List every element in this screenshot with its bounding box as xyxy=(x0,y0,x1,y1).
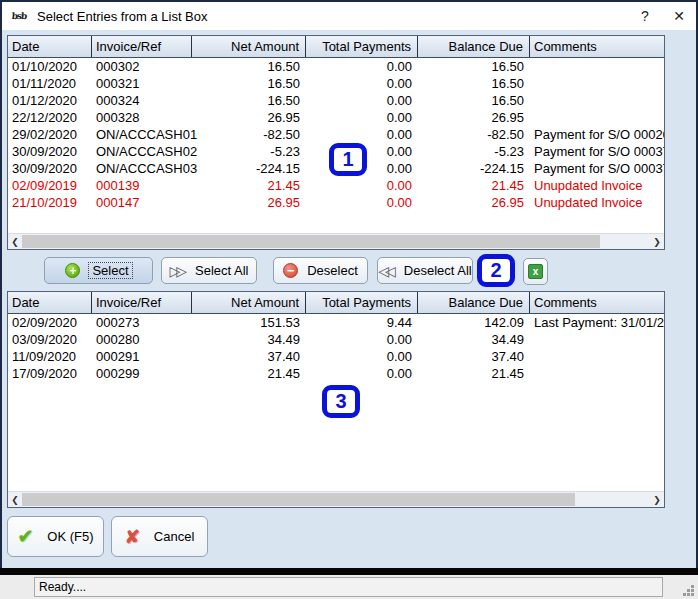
select-all-button-label: Select All xyxy=(195,263,248,278)
excel-icon: x xyxy=(528,264,543,279)
cell-total-payments: 0.00 xyxy=(306,348,418,365)
cell-balance-due: 16.50 xyxy=(418,92,530,109)
cell-net-amount: 151.53 xyxy=(192,314,306,331)
cell-net-amount: 16.50 xyxy=(192,75,306,92)
scrollbar-track[interactable] xyxy=(22,492,650,507)
cell-balance-due: 37.40 xyxy=(418,348,530,365)
deselect-all-button-label: Deselect All xyxy=(404,263,472,278)
scrollbar-track[interactable] xyxy=(22,234,650,249)
table-row[interactable]: 21/10/201900014726.950.0026.95Unupdated … xyxy=(8,194,664,211)
cell-net-amount: -5.23 xyxy=(192,143,306,160)
cell-net-amount: 21.45 xyxy=(192,177,306,194)
column-header-total-payments: Total Payments xyxy=(306,292,418,313)
cell-comments xyxy=(530,348,664,365)
cell-balance-due: 26.95 xyxy=(418,194,530,211)
column-header-invoice-ref: Invoice/Ref xyxy=(92,36,192,57)
app-icon: bsb xyxy=(8,7,29,25)
close-icon[interactable]: ✕ xyxy=(662,2,696,30)
cell-date: 02/09/2020 xyxy=(8,314,92,331)
table-row[interactable]: 01/12/202000032416.500.0016.50 xyxy=(8,92,664,109)
status-bar: Ready.... xyxy=(0,575,698,599)
ok-button-label: OK (F5) xyxy=(47,529,93,544)
help-button[interactable]: ? xyxy=(628,2,662,30)
cell-comments xyxy=(530,58,664,75)
select-all-button[interactable]: ▷▷ Select All xyxy=(161,257,257,284)
deselect-all-button[interactable]: ◁◁ Deselect All xyxy=(377,257,473,284)
cell-invoice-ref: ON/ACCCASH02 xyxy=(92,143,192,160)
cell-total-payments: 0.00 xyxy=(306,177,418,194)
title-bar: bsb Select Entries from a List Box ? ✕ xyxy=(2,2,696,30)
scroll-right-icon[interactable]: ❯ xyxy=(650,234,664,249)
cell-invoice-ref: 000321 xyxy=(92,75,192,92)
cell-date: 17/09/2020 xyxy=(8,365,92,382)
cell-net-amount: 34.49 xyxy=(192,331,306,348)
cell-comments: Payment for S/O 000371 xyxy=(530,160,664,177)
cell-date: 11/09/2020 xyxy=(8,348,92,365)
cell-invoice-ref: 000328 xyxy=(92,109,192,126)
scroll-left-icon[interactable]: ❮ xyxy=(8,492,22,507)
cell-comments xyxy=(530,109,664,126)
cell-invoice-ref: 000302 xyxy=(92,58,192,75)
cell-balance-due: 26.95 xyxy=(418,109,530,126)
dialog-window: bsb Select Entries from a List Box ? ✕ D… xyxy=(0,0,698,599)
cell-total-payments: 0.00 xyxy=(306,109,418,126)
column-header-invoice-ref: Invoice/Ref xyxy=(92,292,192,313)
scroll-left-icon[interactable]: ❮ xyxy=(8,234,22,249)
cell-net-amount: -224.15 xyxy=(192,160,306,177)
cell-balance-due: -5.23 xyxy=(418,143,530,160)
cell-invoice-ref: 000147 xyxy=(92,194,192,211)
ok-button[interactable]: ✔ OK (F5) xyxy=(7,516,104,557)
cell-total-payments: 0.00 xyxy=(306,331,418,348)
cell-invoice-ref: ON/ACCCASH03 xyxy=(92,160,192,177)
scroll-right-icon[interactable]: ❯ xyxy=(650,492,664,507)
resize-grip[interactable] xyxy=(679,583,694,596)
table-row[interactable]: 29/02/2020ON/ACCCASH01-82.500.00-82.50Pa… xyxy=(8,126,664,143)
bottom-table-hscrollbar: ❮ ❯ xyxy=(8,491,664,507)
table-row[interactable]: 03/09/202000028034.490.0034.49 xyxy=(8,331,664,348)
cell-balance-due: 142.09 xyxy=(418,314,530,331)
export-excel-button[interactable]: x xyxy=(523,258,548,285)
cell-invoice-ref: 000291 xyxy=(92,348,192,365)
table-row[interactable]: 11/09/202000029137.400.0037.40 xyxy=(8,348,664,365)
table-row[interactable]: 22/12/202000032826.950.0026.95 xyxy=(8,109,664,126)
table-row[interactable]: 01/11/202000032116.500.0016.50 xyxy=(8,75,664,92)
cell-date: 21/10/2019 xyxy=(8,194,92,211)
minus-circle-icon: − xyxy=(283,263,298,278)
select-button-label: Select xyxy=(89,263,131,278)
deselect-button[interactable]: − Deselect xyxy=(273,257,368,284)
cell-date: 30/09/2020 xyxy=(8,143,92,160)
cell-date: 30/09/2020 xyxy=(8,160,92,177)
cell-net-amount: 16.50 xyxy=(192,92,306,109)
column-header-net-amount: Net Amount xyxy=(192,36,306,57)
cancel-button-label: Cancel xyxy=(154,529,194,544)
table-row[interactable]: 17/09/202000029921.450.0021.45 xyxy=(8,365,664,382)
column-header-balance-due: Balance Due xyxy=(418,292,530,313)
cancel-button[interactable]: ✘ Cancel xyxy=(111,516,208,557)
table-row[interactable]: 02/09/201900013921.450.0021.45Unupdated … xyxy=(8,177,664,194)
cell-total-payments: 9.44 xyxy=(306,314,418,331)
double-left-triangle-icon: ◁◁ xyxy=(378,264,392,278)
cell-total-payments: 0.00 xyxy=(306,58,418,75)
cell-invoice-ref: 000299 xyxy=(92,365,192,382)
scrollbar-thumb[interactable] xyxy=(22,235,600,248)
scrollbar-thumb[interactable] xyxy=(22,493,575,506)
cell-total-payments: 0.00 xyxy=(306,92,418,109)
column-header-net-amount: Net Amount xyxy=(192,292,306,313)
cell-balance-due: 16.50 xyxy=(418,75,530,92)
cell-net-amount: 37.40 xyxy=(192,348,306,365)
cell-net-amount: 26.95 xyxy=(192,194,306,211)
top-table-header: DateInvoice/RefNet AmountTotal PaymentsB… xyxy=(8,36,664,58)
cell-balance-due: -224.15 xyxy=(418,160,530,177)
cell-balance-due: 21.45 xyxy=(418,177,530,194)
cell-net-amount: -82.50 xyxy=(192,126,306,143)
check-icon: ✔ xyxy=(17,525,33,548)
cell-comments xyxy=(530,365,664,382)
annotation-badge-3: 3 xyxy=(322,385,360,418)
window-bottom-edge xyxy=(0,568,698,575)
table-row[interactable]: 02/09/2020000273151.539.44142.09Last Pay… xyxy=(8,314,664,331)
column-header-date: Date xyxy=(8,292,92,313)
cell-net-amount: 26.95 xyxy=(192,109,306,126)
bottom-table-header: DateInvoice/RefNet AmountTotal PaymentsB… xyxy=(8,292,664,314)
select-button[interactable]: + Select xyxy=(44,257,153,284)
table-row[interactable]: 01/10/202000030216.500.0016.50 xyxy=(8,58,664,75)
